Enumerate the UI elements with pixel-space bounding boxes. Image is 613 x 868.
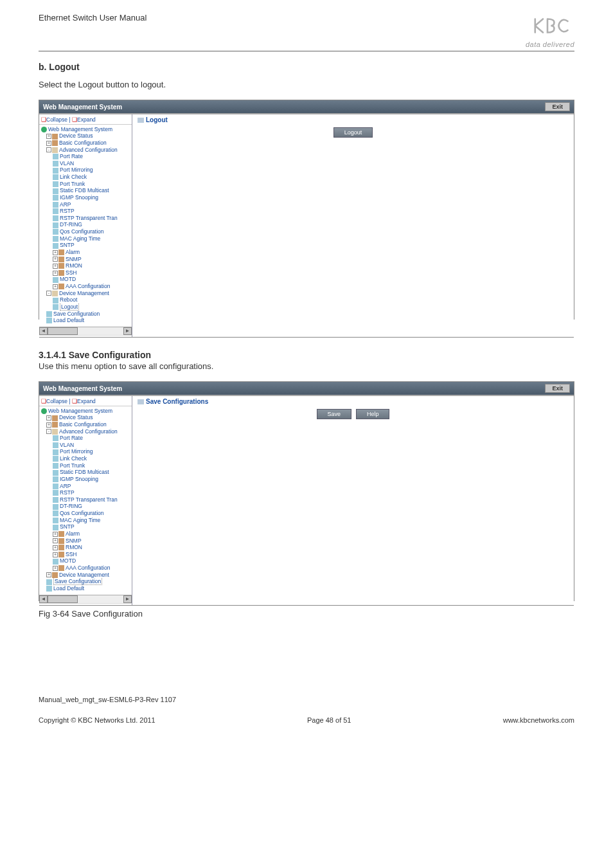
tree-port-rate[interactable]: Port Rate: [60, 435, 83, 441]
expand-icon[interactable]: +: [53, 257, 58, 262]
expand-icon[interactable]: +: [53, 264, 58, 269]
expand-icon[interactable]: +: [46, 422, 51, 428]
expand-icon[interactable]: +: [46, 572, 51, 577]
page-icon: [53, 504, 58, 510]
page-icon: [46, 579, 52, 585]
scroll-left-icon[interactable]: ◄: [39, 595, 48, 603]
tree-save-config[interactable]: Save Configuration: [53, 311, 100, 317]
collapse-icon[interactable]: -: [46, 429, 51, 434]
tree-snmp[interactable]: SNMP: [66, 538, 82, 544]
tree-dt-ring[interactable]: DT-RING: [60, 221, 82, 228]
tree-controls: ❑Collapse | ❑Expand: [39, 397, 132, 406]
expand-icon[interactable]: +: [53, 545, 58, 550]
tree-aaa[interactable]: AAA Configuration: [66, 565, 110, 571]
expand-icon[interactable]: +: [46, 141, 51, 146]
expand-link[interactable]: Expand: [77, 398, 96, 404]
collapse-icon[interactable]: -: [46, 291, 51, 296]
help-button[interactable]: Help: [356, 409, 390, 419]
tree-reboot[interactable]: Reboot: [60, 296, 77, 303]
expand-icon[interactable]: +: [53, 538, 58, 543]
page-icon: [53, 511, 58, 516]
tree-adv-config[interactable]: Advanced Configuration: [59, 147, 118, 153]
collapse-icon[interactable]: -: [46, 147, 51, 152]
tree-qos[interactable]: Qos Configuration: [60, 228, 104, 235]
logout-button[interactable]: Logout: [333, 127, 373, 138]
page-icon: [53, 208, 58, 214]
tree-mac-aging[interactable]: MAC Aging Time: [60, 517, 100, 523]
page-icon: [46, 586, 52, 592]
tree-port-mirroring[interactable]: Port Mirroring: [60, 448, 93, 455]
folder-open-icon: [52, 291, 58, 296]
tree-alarm[interactable]: Alarm: [66, 249, 80, 255]
save-button[interactable]: Save: [317, 409, 352, 419]
expand-icon[interactable]: +: [53, 271, 58, 276]
tree-save-config[interactable]: Save Configuration: [53, 578, 102, 585]
tree-port-rate[interactable]: Port Rate: [60, 153, 83, 159]
kbc-logo-icon: [529, 13, 574, 39]
tree-rstp[interactable]: RSTP: [60, 208, 75, 214]
expand-icon[interactable]: +: [53, 284, 58, 289]
tree-port-mirroring[interactable]: Port Mirroring: [60, 167, 93, 173]
tree-static-fdb[interactable]: Static FDB Multicast: [60, 187, 109, 194]
tree-alarm[interactable]: Alarm: [66, 530, 80, 537]
expand-icon[interactable]: +: [53, 250, 58, 255]
page-icon: [53, 476, 58, 482]
tree-aaa[interactable]: AAA Configuration: [66, 283, 110, 289]
expand-icon[interactable]: +: [46, 415, 51, 420]
expand-icon[interactable]: +: [46, 134, 51, 139]
tree-link-check[interactable]: Link Check: [60, 174, 87, 180]
tree-sntp[interactable]: SNTP: [60, 523, 75, 530]
tree-load-default[interactable]: Load Default: [53, 585, 84, 592]
tree-root[interactable]: Web Management System: [48, 126, 112, 132]
collapse-link[interactable]: Collapse: [46, 116, 67, 123]
tree-motd[interactable]: MOTD: [60, 557, 76, 564]
tree-vlan[interactable]: VLAN: [60, 442, 74, 448]
tree-rstp-trans[interactable]: RSTP Transparent Tran: [60, 496, 118, 503]
tree-hscroll[interactable]: ◄►: [39, 595, 132, 604]
tree-arp[interactable]: ARP: [60, 483, 71, 489]
tree-static-fdb[interactable]: Static FDB Multicast: [60, 469, 109, 475]
tree-device-mgmt[interactable]: Device Management: [59, 290, 109, 296]
tree-port-trunk[interactable]: Port Trunk: [60, 181, 85, 187]
tree-device-status[interactable]: Device Status: [59, 132, 93, 139]
tree-hscroll[interactable]: ◄►: [39, 327, 132, 336]
tree-rmon[interactable]: RMON: [66, 262, 82, 269]
exit-button[interactable]: Exit: [545, 102, 570, 111]
tree-dt-ring[interactable]: DT-RING: [60, 503, 82, 509]
tree-rstp-trans[interactable]: RSTP Transparent Tran: [60, 215, 118, 221]
tree-root[interactable]: Web Management System: [48, 408, 112, 414]
tree-arp[interactable]: ARP: [60, 201, 71, 208]
tree-vlan[interactable]: VLAN: [60, 160, 74, 167]
expand-icon[interactable]: +: [53, 552, 58, 557]
tree-ssh[interactable]: SSH: [66, 551, 76, 557]
expand-link[interactable]: Expand: [77, 116, 96, 123]
tree-rstp[interactable]: RSTP: [60, 489, 75, 496]
tree-ssh[interactable]: SSH: [66, 269, 76, 276]
scroll-right-icon[interactable]: ►: [123, 595, 132, 603]
tree-link-check[interactable]: Link Check: [60, 455, 87, 462]
tree-igmp[interactable]: IGMP Snooping: [60, 476, 98, 482]
tree-igmp[interactable]: IGMP Snooping: [60, 194, 98, 201]
tree-mac-aging[interactable]: MAC Aging Time: [60, 235, 100, 242]
collapse-link[interactable]: Collapse: [46, 398, 67, 404]
tree-qos[interactable]: Qos Configuration: [60, 510, 104, 516]
ss-bottombar: [39, 605, 574, 606]
tree-rmon[interactable]: RMON: [66, 544, 82, 550]
tree-motd[interactable]: MOTD: [60, 276, 76, 282]
tree-load-default[interactable]: Load Default: [53, 317, 84, 323]
tree-device-status[interactable]: Device Status: [59, 414, 93, 420]
exit-button[interactable]: Exit: [545, 384, 570, 393]
tree-device-mgmt[interactable]: Device Management: [59, 572, 109, 578]
tree-port-trunk[interactable]: Port Trunk: [60, 462, 85, 469]
tree-basic-config[interactable]: Basic Configuration: [59, 140, 107, 146]
tree-snmp[interactable]: SNMP: [66, 256, 82, 262]
tree-adv-config[interactable]: Advanced Configuration: [59, 428, 118, 435]
tree-sntp[interactable]: SNTP: [60, 242, 75, 248]
folder-icon: [58, 545, 64, 550]
tree-basic-config[interactable]: Basic Configuration: [59, 421, 107, 428]
scroll-left-icon[interactable]: ◄: [39, 327, 48, 335]
expand-icon[interactable]: +: [53, 566, 58, 571]
expand-icon[interactable]: +: [53, 532, 58, 537]
tree-logout[interactable]: Logout: [60, 303, 79, 311]
scroll-right-icon[interactable]: ►: [123, 327, 132, 335]
